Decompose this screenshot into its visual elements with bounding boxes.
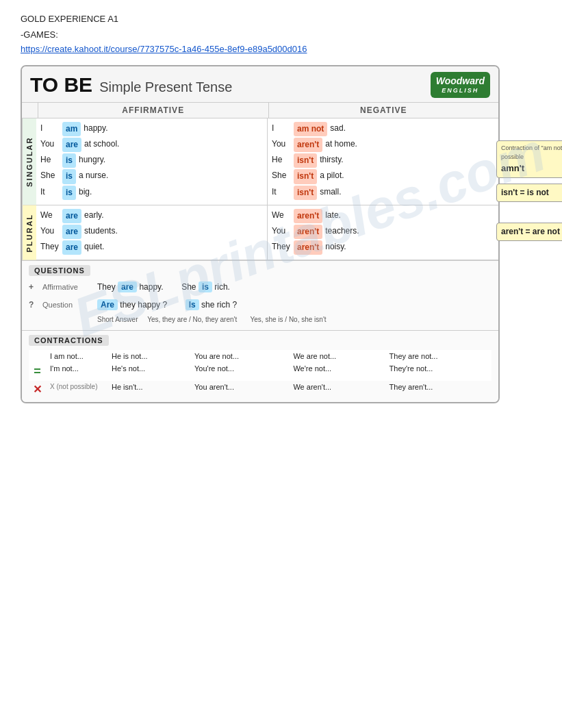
woodward-logo: Woodward ENGLISH <box>431 72 490 98</box>
affirmative-header: AFFIRMATIVE <box>38 103 269 118</box>
contractions-row-short: = I'm not... He's not... You're not... W… <box>29 362 491 381</box>
amnt-box: Contraction of "am not" is not possible … <box>496 140 562 178</box>
singular-label: SINGULAR <box>22 118 36 205</box>
plural-block: PLURAL Weareearly. Youarestudents. Theya… <box>22 205 498 261</box>
plural-affirmative: Weareearly. Youarestudents. Theyarequiet… <box>36 205 268 260</box>
negative-header: NEGATIVE <box>269 103 499 118</box>
singular-affirmative: Iamhappy. Youareat school. Heishungry. S… <box>36 118 268 205</box>
singular-negative: Iam notsad. Youaren'tat home. Heisn'tthi… <box>268 118 498 205</box>
contractions-label: CONTRACTIONS <box>29 335 109 346</box>
short-answer-row: Short Answer Yes, they are / No, they ar… <box>97 316 491 323</box>
plural-negative: Wearen'tlate. Youaren'tteachers. Theyare… <box>268 205 498 260</box>
games-label: -GAMES: <box>21 29 541 40</box>
to-be-heading: TO BE <box>30 73 92 97</box>
grammar-card: TO BE Simple Present Tense Woodward ENGL… <box>21 65 500 403</box>
contractions-section: CONTRACTIONS I am not... He is not... Yo… <box>22 330 498 402</box>
contractions-row-x: ✕ X (not possible) He isn't... You aren'… <box>29 381 491 398</box>
singular-block: SINGULAR Iamhappy. Youareat school. Heis… <box>22 118 498 205</box>
contractions-row-positive: I am not... He is not... You are not... … <box>29 350 491 362</box>
questions-label: QUESTIONS <box>29 265 90 276</box>
arent-box: aren't = are not <box>496 223 562 241</box>
isnt-box: isn't = is not <box>496 184 562 202</box>
simple-present-heading: Simple Present Tense <box>99 79 232 95</box>
affirmative-question-row: + Affirmative They are happy. She is ric… <box>29 280 491 295</box>
side-boxes: Contraction of "am not" is not possible … <box>496 140 562 247</box>
question-row: ? Question Are they happy ? Is she rich … <box>29 298 491 313</box>
contractions-table: I am not... He is not... You are not... … <box>29 350 491 398</box>
questions-section: QUESTIONS + Affirmative They are happy. … <box>22 260 498 329</box>
page-title: GOLD EXPERIENCE A1 <box>21 14 541 24</box>
column-headers: AFFIRMATIVE NEGATIVE <box>22 102 498 118</box>
kahoot-link[interactable]: https://create.kahoot.it/course/7737575c… <box>21 44 541 54</box>
plural-label: PLURAL <box>22 205 36 260</box>
card-header: TO BE Simple Present Tense Woodward ENGL… <box>22 66 498 102</box>
